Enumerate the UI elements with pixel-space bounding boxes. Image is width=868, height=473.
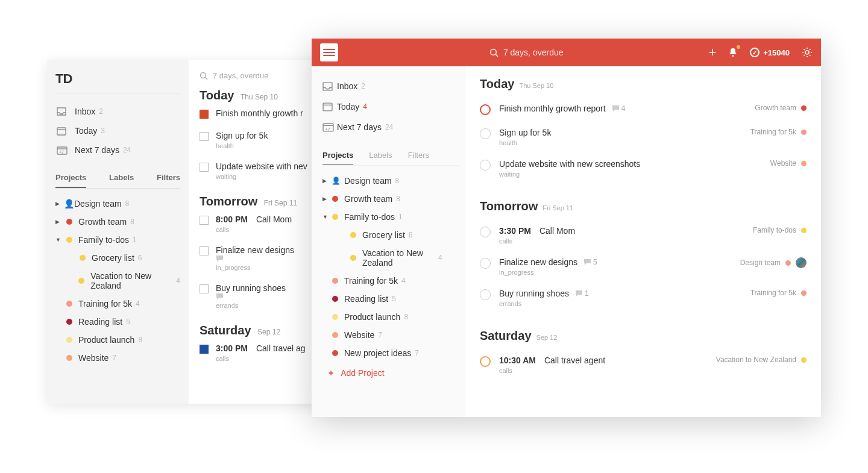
project-count: 8 [125, 199, 130, 208]
project-label: Product launch [78, 335, 134, 345]
notifications-button[interactable] [728, 47, 738, 58]
project-item[interactable]: ▶👤Design team8 [322, 172, 459, 190]
project-item[interactable]: Grocery list6 [322, 226, 459, 244]
task-project-ref[interactable]: Training for 5k [744, 128, 807, 136]
main-content: TodayThu Sep 10Finish monthly growth rep… [465, 66, 821, 417]
project-item[interactable]: Reading list5 [322, 290, 459, 308]
old-project-item[interactable]: ▼Family to-dos1 [55, 231, 180, 249]
old-project-item[interactable]: ▶👤Design team8 [55, 195, 180, 213]
task-checkbox[interactable] [480, 227, 491, 237]
project-item[interactable]: Website7 [322, 326, 459, 344]
old-project-item[interactable]: Training for 5k4 [55, 295, 180, 313]
tab-labels[interactable]: Labels [369, 146, 392, 165]
old-tab-projects[interactable]: Projects [55, 168, 86, 188]
task-checkbox[interactable] [200, 345, 209, 354]
task-checkbox[interactable] [480, 356, 491, 367]
task-row[interactable]: Finalize new designs5in_progressDesign t… [480, 251, 807, 282]
project-item[interactable]: New project ideas7 [322, 344, 459, 362]
section-date: Thu Sep 10 [241, 93, 278, 101]
nav-next7[interactable]: +7 Next 7 days 24 [322, 117, 459, 137]
task-row[interactable]: Buy running shoes1errandsTraining for 5k [480, 282, 807, 313]
old-logo: TD [55, 69, 180, 93]
task-title: Call travel agent [544, 356, 605, 365]
task-checkbox[interactable] [480, 104, 491, 115]
task-comments[interactable]: 1 [575, 289, 589, 298]
project-label: Design team [344, 176, 392, 186]
old-nav-inbox[interactable]: Inbox 2 [55, 102, 180, 121]
task-project-ref[interactable]: Vacation to New Zealand [710, 356, 807, 364]
old-project-item[interactable]: Reading list5 [55, 313, 180, 331]
project-label: Website [344, 330, 374, 340]
old-tab-filters[interactable]: Filters [157, 168, 180, 188]
section-title: Today [480, 77, 514, 91]
tab-filters[interactable]: Filters [408, 146, 429, 165]
task-checkbox[interactable] [200, 246, 209, 255]
project-item[interactable]: Training for 5k4 [322, 272, 459, 290]
expand-arrow-icon: ▼ [55, 237, 64, 243]
task-checkbox[interactable] [200, 110, 209, 119]
project-label: Reading list [78, 317, 122, 327]
expand-arrow-icon: ▶ [322, 178, 331, 184]
task-checkbox[interactable] [480, 160, 491, 171]
task-title: Buy running shoes [499, 289, 569, 298]
old-project-item[interactable]: ▶Growth team8 [55, 213, 180, 231]
add-project-button[interactable]: + Add Project [322, 362, 459, 380]
task-checkbox[interactable] [200, 216, 209, 225]
task-checkbox[interactable] [480, 128, 491, 139]
project-item[interactable]: ▼Family to-dos1 [322, 208, 459, 226]
task-title: Call Mom [539, 226, 575, 236]
nav-inbox[interactable]: Inbox 2 [322, 76, 459, 96]
old-project-item[interactable]: Product launch8 [55, 331, 180, 349]
old-nav-next7[interactable]: +7 Next 7 days 24 [55, 140, 180, 160]
task-comments[interactable]: 4 [612, 104, 626, 113]
todoist-logo-icon[interactable] [320, 43, 338, 61]
task-row[interactable]: Finish monthly growth report4Growth team [480, 97, 807, 121]
task-row[interactable]: Update website with new screenshotswaiti… [480, 152, 807, 184]
project-label: Product launch [344, 312, 400, 322]
header-search[interactable]: 7 days, overdue [344, 48, 708, 57]
section-date: Fri Sep 11 [264, 199, 297, 207]
task-title: Finalize new designs [499, 257, 577, 267]
svg-text:+7: +7 [59, 150, 64, 154]
task-project-ref[interactable]: Training for 5k [744, 289, 807, 297]
task-checkbox[interactable] [480, 289, 491, 300]
karma-score[interactable]: ✓ +15040 [750, 48, 790, 57]
old-project-item[interactable]: Website7 [55, 349, 180, 367]
task-checkbox[interactable] [200, 132, 209, 141]
comment-icon [575, 290, 583, 297]
task-checkbox[interactable] [200, 284, 209, 293]
task-row[interactable]: 3:30 PMCall MomcallsFamily to-dos [480, 219, 807, 251]
nav-count: 24 [385, 123, 393, 131]
task-checkbox[interactable] [200, 163, 209, 172]
add-task-button[interactable]: + [708, 45, 716, 60]
project-count: 4 [176, 277, 180, 285]
task-title: Update website with nev [216, 161, 307, 171]
old-tab-labels[interactable]: Labels [109, 168, 134, 188]
nav-count: 2 [99, 107, 103, 116]
assignee-avatar[interactable] [796, 257, 807, 268]
nav-label: Inbox [337, 81, 357, 91]
settings-button[interactable] [802, 47, 813, 58]
project-count: 1 [398, 213, 403, 221]
task-row[interactable]: 10:30 AMCall travel agentcallsVacation t… [480, 349, 807, 380]
task-project-ref[interactable]: Website [764, 159, 807, 168]
nav-label: Next 7 days [75, 145, 119, 155]
task-row[interactable]: Sign up for 5khealthTraining for 5k [480, 121, 807, 152]
task-label-tag: waiting [216, 173, 307, 180]
task-checkbox[interactable] [480, 258, 491, 269]
task-comments[interactable]: 5 [583, 258, 597, 266]
project-label: Training for 5k [344, 276, 398, 286]
task-project-ref[interactable]: Growth team [749, 104, 807, 112]
old-project-item[interactable]: Grocery list6 [55, 249, 180, 267]
task-project-ref[interactable]: Design team [734, 257, 807, 268]
project-count: 5 [126, 318, 130, 326]
nav-today[interactable]: Today 4 [322, 96, 459, 117]
old-nav-today[interactable]: Today 3 [55, 121, 180, 140]
task-project-ref[interactable]: Family to-dos [747, 226, 807, 234]
old-project-item[interactable]: Vacation to New Zealand4 [55, 267, 180, 295]
project-item[interactable]: ▶Growth team8 [322, 190, 459, 208]
tab-projects[interactable]: Projects [322, 146, 353, 165]
project-item[interactable]: Vacation to New Zealand4 [322, 244, 455, 272]
project-item[interactable]: Product launch8 [322, 308, 459, 326]
nav-count: 4 [363, 102, 367, 111]
